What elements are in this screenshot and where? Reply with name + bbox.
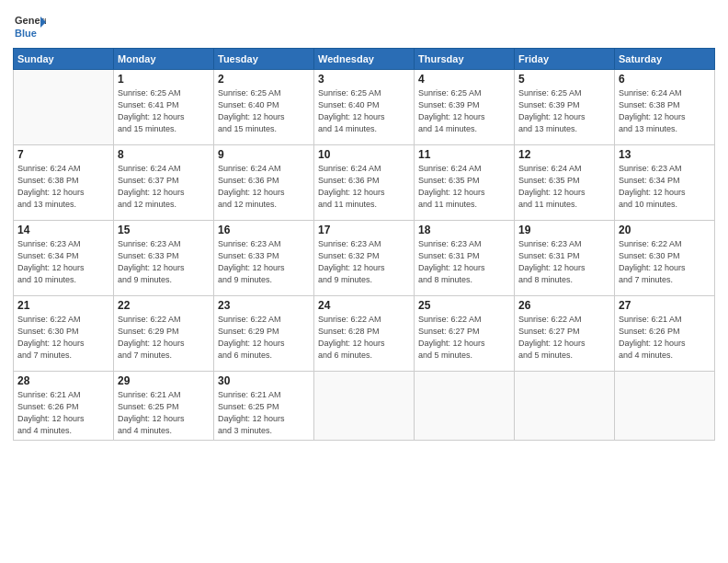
day-info: Sunrise: 6:23 AMSunset: 6:33 PMDaylight:… [118,238,210,286]
day-info: Sunrise: 6:22 AMSunset: 6:27 PMDaylight:… [518,314,610,362]
day-number: 25 [418,299,510,312]
day-info: Sunrise: 6:23 AMSunset: 6:34 PMDaylight:… [17,238,109,286]
day-info: Sunrise: 6:24 AMSunset: 6:35 PMDaylight:… [518,163,610,211]
table-row: 27Sunrise: 6:21 AMSunset: 6:26 PMDayligh… [615,296,715,372]
table-row [415,372,515,441]
day-info: Sunrise: 6:21 AMSunset: 6:26 PMDaylight:… [619,314,711,362]
table-row: 11Sunrise: 6:24 AMSunset: 6:35 PMDayligh… [415,145,515,221]
table-row: 29Sunrise: 6:21 AMSunset: 6:25 PMDayligh… [114,372,214,441]
day-number: 30 [218,374,310,387]
table-row: 16Sunrise: 6:23 AMSunset: 6:33 PMDayligh… [214,221,314,296]
day-number: 15 [118,224,210,236]
day-info: Sunrise: 6:25 AMSunset: 6:41 PMDaylight:… [118,87,210,135]
table-row: 18Sunrise: 6:23 AMSunset: 6:31 PMDayligh… [415,221,515,296]
day-info: Sunrise: 6:25 AMSunset: 6:39 PMDaylight:… [518,87,610,135]
table-row: 26Sunrise: 6:22 AMSunset: 6:27 PMDayligh… [515,296,615,372]
table-row: 15Sunrise: 6:23 AMSunset: 6:33 PMDayligh… [114,221,214,296]
calendar-header-tuesday: Tuesday [214,49,314,70]
table-row: 21Sunrise: 6:22 AMSunset: 6:30 PMDayligh… [14,296,114,372]
table-row: 22Sunrise: 6:22 AMSunset: 6:29 PMDayligh… [114,296,214,372]
calendar-header-wednesday: Wednesday [314,49,415,70]
day-number: 22 [118,299,210,312]
day-info: Sunrise: 6:24 AMSunset: 6:36 PMDaylight:… [218,163,310,211]
day-info: Sunrise: 6:24 AMSunset: 6:36 PMDaylight:… [318,163,410,211]
day-number: 19 [518,224,610,236]
day-number: 21 [17,299,109,312]
calendar-header-friday: Friday [515,49,615,70]
table-row: 12Sunrise: 6:24 AMSunset: 6:35 PMDayligh… [515,145,615,221]
table-row [515,372,615,441]
day-info: Sunrise: 6:21 AMSunset: 6:25 PMDaylight:… [118,389,210,437]
table-row: 10Sunrise: 6:24 AMSunset: 6:36 PMDayligh… [314,145,415,221]
day-info: Sunrise: 6:22 AMSunset: 6:28 PMDaylight:… [318,314,410,362]
day-number: 9 [218,148,310,161]
day-number: 11 [418,148,510,161]
day-info: Sunrise: 6:23 AMSunset: 6:31 PMDaylight:… [418,238,510,286]
day-info: Sunrise: 6:23 AMSunset: 6:31 PMDaylight:… [518,238,610,286]
day-info: Sunrise: 6:23 AMSunset: 6:34 PMDaylight:… [619,163,711,211]
day-number: 12 [518,148,610,161]
day-info: Sunrise: 6:22 AMSunset: 6:30 PMDaylight:… [619,238,711,286]
day-info: Sunrise: 6:23 AMSunset: 6:33 PMDaylight:… [218,238,310,286]
table-row: 14Sunrise: 6:23 AMSunset: 6:34 PMDayligh… [14,221,114,296]
day-number: 29 [118,374,210,387]
day-number: 8 [118,148,210,161]
table-row: 2Sunrise: 6:25 AMSunset: 6:40 PMDaylight… [214,70,314,145]
day-info: Sunrise: 6:25 AMSunset: 6:39 PMDaylight:… [418,87,510,135]
day-info: Sunrise: 6:25 AMSunset: 6:40 PMDaylight:… [218,87,310,135]
table-row: 6Sunrise: 6:24 AMSunset: 6:38 PMDaylight… [615,70,715,145]
day-info: Sunrise: 6:22 AMSunset: 6:27 PMDaylight:… [418,314,510,362]
calendar-header-saturday: Saturday [615,49,715,70]
table-row: 28Sunrise: 6:21 AMSunset: 6:26 PMDayligh… [14,372,114,441]
table-row: 23Sunrise: 6:22 AMSunset: 6:29 PMDayligh… [214,296,314,372]
day-number: 18 [418,224,510,236]
day-number: 13 [619,148,711,161]
table-row: 9Sunrise: 6:24 AMSunset: 6:36 PMDaylight… [214,145,314,221]
day-number: 3 [318,73,410,86]
calendar-header-thursday: Thursday [415,49,515,70]
day-number: 4 [418,73,510,86]
day-number: 6 [619,73,711,86]
day-info: Sunrise: 6:21 AMSunset: 6:26 PMDaylight:… [17,389,109,437]
day-info: Sunrise: 6:23 AMSunset: 6:32 PMDaylight:… [318,238,410,286]
table-row: 1Sunrise: 6:25 AMSunset: 6:41 PMDaylight… [114,70,214,145]
table-row: 20Sunrise: 6:22 AMSunset: 6:30 PMDayligh… [615,221,715,296]
calendar-header-monday: Monday [114,49,214,70]
day-number: 28 [17,374,109,387]
table-row: 3Sunrise: 6:25 AMSunset: 6:40 PMDaylight… [314,70,415,145]
day-number: 20 [619,224,711,236]
day-number: 27 [619,299,711,312]
calendar-table: SundayMondayTuesdayWednesdayThursdayFrid… [13,48,715,441]
table-row: 4Sunrise: 6:25 AMSunset: 6:39 PMDaylight… [415,70,515,145]
logo: General Blue [13,9,46,42]
day-info: Sunrise: 6:21 AMSunset: 6:25 PMDaylight:… [218,389,310,437]
table-row [14,70,114,145]
day-info: Sunrise: 6:24 AMSunset: 6:38 PMDaylight:… [619,87,711,135]
table-row: 17Sunrise: 6:23 AMSunset: 6:32 PMDayligh… [314,221,415,296]
calendar-header-sunday: Sunday [14,49,114,70]
table-row: 25Sunrise: 6:22 AMSunset: 6:27 PMDayligh… [415,296,515,372]
day-number: 16 [218,224,310,236]
table-row [615,372,715,441]
day-number: 1 [118,73,210,86]
day-info: Sunrise: 6:22 AMSunset: 6:29 PMDaylight:… [218,314,310,362]
table-row: 5Sunrise: 6:25 AMSunset: 6:39 PMDaylight… [515,70,615,145]
day-number: 10 [318,148,410,161]
day-info: Sunrise: 6:24 AMSunset: 6:35 PMDaylight:… [418,163,510,211]
day-info: Sunrise: 6:25 AMSunset: 6:40 PMDaylight:… [318,87,410,135]
day-info: Sunrise: 6:22 AMSunset: 6:29 PMDaylight:… [118,314,210,362]
logo-svg: General Blue [13,9,46,42]
svg-text:Blue: Blue [15,28,37,39]
day-number: 26 [518,299,610,312]
table-row: 30Sunrise: 6:21 AMSunset: 6:25 PMDayligh… [214,372,314,441]
table-row: 24Sunrise: 6:22 AMSunset: 6:28 PMDayligh… [314,296,415,372]
table-row: 7Sunrise: 6:24 AMSunset: 6:38 PMDaylight… [14,145,114,221]
day-number: 14 [17,224,109,236]
day-number: 24 [318,299,410,312]
table-row [314,372,415,441]
day-number: 5 [518,73,610,86]
table-row: 19Sunrise: 6:23 AMSunset: 6:31 PMDayligh… [515,221,615,296]
day-info: Sunrise: 6:24 AMSunset: 6:38 PMDaylight:… [17,163,109,211]
day-info: Sunrise: 6:22 AMSunset: 6:30 PMDaylight:… [17,314,109,362]
day-number: 7 [17,148,109,161]
